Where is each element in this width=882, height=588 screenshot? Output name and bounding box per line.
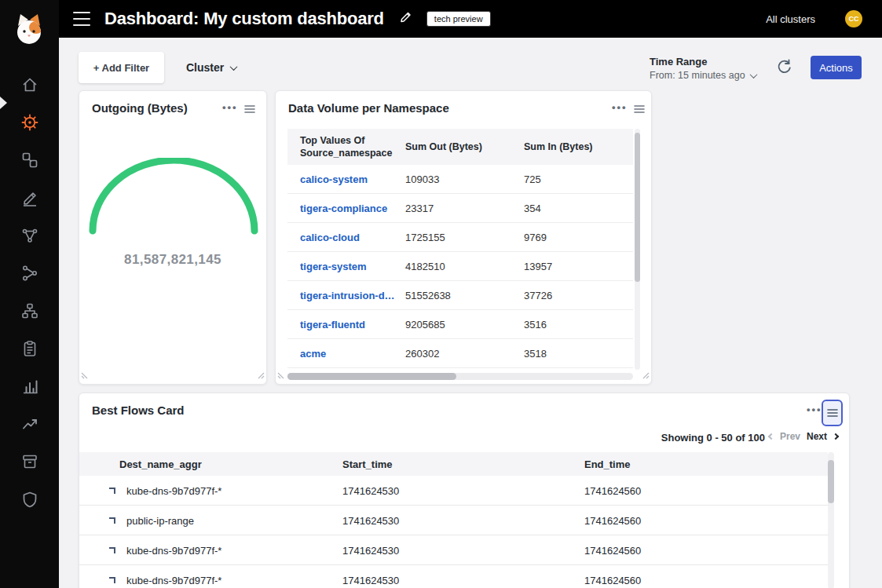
sum-out-value: 4182510 xyxy=(405,261,445,272)
table-header-row: Dest_name_aggr Start_time End_time xyxy=(79,452,828,476)
expand-chevron-icon[interactable] xyxy=(109,517,115,524)
time-range-value[interactable]: From: 15 minutes ago xyxy=(650,70,756,81)
hamburger-menu-icon[interactable] xyxy=(73,12,90,26)
namespace-link[interactable]: tigera-intrusion-d… xyxy=(300,290,395,301)
sum-in-value: 37726 xyxy=(524,290,552,301)
sum-in-value: 3518 xyxy=(524,348,547,360)
next-button[interactable]: Next xyxy=(807,431,827,442)
drag-handle-selected[interactable] xyxy=(822,400,843,426)
vertical-scrollbar-thumb[interactable] xyxy=(828,460,834,503)
start-time: 1741624530 xyxy=(342,514,399,526)
namespace-table: Top Values Of Source_namespace Sum Out (… xyxy=(287,129,633,368)
table-row: tigera-intrusion-d… 51552638 37726 xyxy=(287,281,633,310)
resize-corner-icon[interactable] xyxy=(257,368,265,382)
dest-name: public-ip-range xyxy=(126,514,194,526)
card-title: Data Volume per Namespace xyxy=(288,101,449,115)
page-title: Dashboard: My custom dashboard xyxy=(104,9,384,29)
expand-chevron-icon[interactable] xyxy=(109,488,115,494)
namespace-link[interactable]: tigera-fluentd xyxy=(300,319,365,331)
end-time: 1741624560 xyxy=(584,574,641,586)
resize-corner-icon[interactable] xyxy=(642,368,650,382)
vertical-scrollbar-thumb[interactable] xyxy=(635,133,640,282)
time-range-label: Time Range xyxy=(650,56,707,68)
namespace-link[interactable]: tigera-system xyxy=(300,261,367,272)
chevron-left-icon[interactable] xyxy=(768,433,774,440)
trends-icon[interactable] xyxy=(0,414,59,434)
column-header-dest[interactable]: Dest_name_aggr xyxy=(119,458,202,470)
start-time: 1741624530 xyxy=(342,574,399,586)
namespace-link[interactable]: tigera-compliance xyxy=(300,203,387,214)
edit-title-icon[interactable] xyxy=(398,10,412,27)
home-icon[interactable] xyxy=(0,75,59,95)
security-shield-icon[interactable] xyxy=(0,489,59,509)
chevron-right-icon[interactable] xyxy=(833,433,839,440)
service-graph-icon[interactable] xyxy=(0,263,59,283)
table-row: acme 260302 3518 xyxy=(287,339,633,368)
outgoing-bytes-card: Outgoing (Bytes) ••• 81,587,821,145 xyxy=(79,90,267,385)
column-header-sum-in[interactable]: Sum In (Bytes) xyxy=(524,141,593,153)
dest-name: kube-dns-9b7d977f-* xyxy=(126,574,221,586)
table-row: calico-cloud 1725155 9769 xyxy=(287,223,633,252)
namespace-link[interactable]: calico-system xyxy=(300,173,368,185)
network-sets-icon[interactable] xyxy=(0,225,59,246)
prev-button[interactable]: Prev xyxy=(780,431,800,442)
user-avatar[interactable]: CC xyxy=(845,10,862,27)
pagination-status: Showing 0 - 50 of 100 xyxy=(661,432,765,444)
chevron-down-icon xyxy=(230,63,238,71)
sidebar-expand-notch[interactable] xyxy=(0,97,7,109)
dest-name: kube-dns-9b7d977f-* xyxy=(126,544,221,556)
table-row[interactable]: kube-dns-9b7d977f-* 1741624530 174162456… xyxy=(79,565,828,588)
expand-chevron-icon[interactable] xyxy=(109,577,115,583)
sum-out-value: 51552638 xyxy=(405,290,451,301)
card-menu-icon[interactable]: ••• xyxy=(612,102,628,112)
sum-out-value: 1725155 xyxy=(405,232,445,243)
table-header-row: Top Values Of Source_namespace Sum Out (… xyxy=(287,129,633,165)
expand-chevron-icon[interactable] xyxy=(109,547,115,553)
table-row[interactable]: kube-dns-9b7d977f-* 1741624530 174162456… xyxy=(79,476,828,506)
table-row: calico-system 109033 725 xyxy=(287,165,633,194)
column-header-namespace[interactable]: Top Values Of Source_namespace xyxy=(300,134,394,160)
time-range-text: From: 15 minutes ago xyxy=(650,70,745,81)
gauge-arc xyxy=(87,158,260,252)
column-header-end[interactable]: End_time xyxy=(584,458,631,470)
table-row: tigera-fluentd 9205685 3516 xyxy=(287,310,633,339)
sum-in-value: 3516 xyxy=(524,319,547,331)
add-filter-button[interactable]: + Add Filter xyxy=(79,52,164,83)
top-bar: Dashboard: My custom dashboard tech prev… xyxy=(0,0,882,38)
table-row[interactable]: public-ip-range 1741624530 1741624560 xyxy=(79,506,828,535)
card-menu-icon[interactable]: ••• xyxy=(222,102,238,112)
sum-out-value: 109033 xyxy=(405,173,439,185)
clusters-icon[interactable] xyxy=(0,301,59,321)
endpoints-icon[interactable] xyxy=(0,150,59,170)
logs-chart-icon[interactable] xyxy=(0,376,59,396)
sum-in-value: 725 xyxy=(524,173,541,185)
namespace-link[interactable]: acme xyxy=(300,348,326,360)
dashboards-helm-icon-active[interactable] xyxy=(0,112,59,133)
sum-out-value: 23317 xyxy=(405,203,434,214)
resize-corner-icon[interactable] xyxy=(81,368,89,382)
resize-corner-icon[interactable] xyxy=(277,368,285,382)
sum-in-value: 354 xyxy=(524,203,541,214)
end-time: 1741624560 xyxy=(584,544,641,556)
card-menu-icon[interactable]: ••• xyxy=(807,404,822,415)
compliance-icon[interactable] xyxy=(0,338,59,359)
column-header-sum-out[interactable]: Sum Out (Bytes) xyxy=(405,141,482,153)
column-header-start[interactable]: Start_time xyxy=(342,458,393,470)
cluster-dropdown[interactable]: Cluster xyxy=(186,52,236,83)
cluster-dropdown-label: Cluster xyxy=(186,61,224,74)
start-time: 1741624530 xyxy=(342,484,399,496)
calico-logo[interactable] xyxy=(13,12,46,49)
table-row: tigera-system 4182510 13957 xyxy=(287,252,633,281)
drag-handle-icon[interactable] xyxy=(633,103,646,117)
namespace-link[interactable]: calico-cloud xyxy=(300,232,360,243)
horizontal-scrollbar-thumb[interactable] xyxy=(287,373,456,380)
storage-icon[interactable] xyxy=(0,451,59,472)
table-row[interactable]: kube-dns-9b7d977f-* 1741624530 174162456… xyxy=(79,535,828,565)
sum-in-value: 9769 xyxy=(524,232,547,243)
actions-button[interactable]: Actions xyxy=(811,56,862,79)
policies-icon[interactable] xyxy=(0,188,59,208)
best-flows-card: Best Flows Card ••• Showing 0 - 50 of 10… xyxy=(79,393,850,588)
cluster-selector[interactable]: All clusters xyxy=(766,13,815,25)
drag-handle-icon[interactable] xyxy=(243,103,256,117)
refresh-icon[interactable] xyxy=(775,58,794,77)
